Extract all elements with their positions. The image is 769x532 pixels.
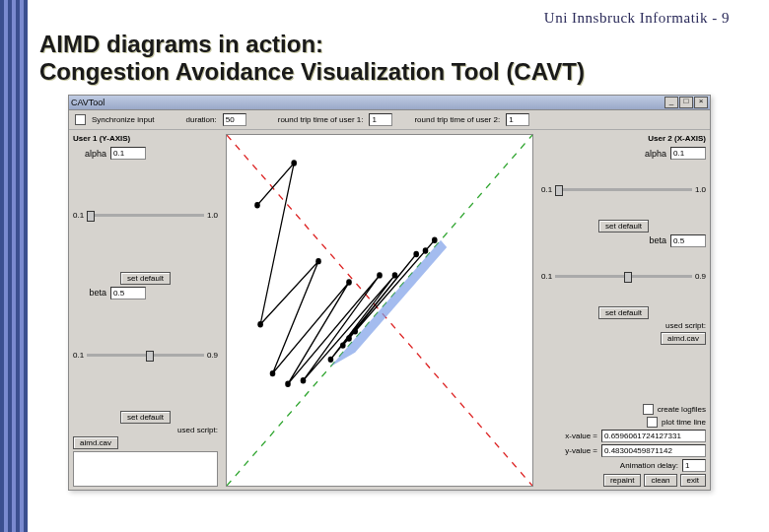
user1-beta-default-button[interactable]: set default bbox=[120, 411, 171, 424]
output-box bbox=[73, 451, 218, 487]
user2-alpha-lo: 0.1 bbox=[541, 185, 552, 194]
yval-label: y-value = bbox=[565, 446, 597, 455]
svg-point-15 bbox=[432, 237, 438, 243]
user1-alpha-slider[interactable] bbox=[87, 214, 204, 217]
user2-beta-input[interactable]: 0.5 bbox=[670, 234, 706, 247]
user1-beta-input[interactable]: 0.5 bbox=[110, 287, 146, 299]
user2-beta-lo: 0.1 bbox=[541, 272, 552, 281]
svg-point-1 bbox=[291, 160, 297, 166]
repaint-button[interactable]: repaint bbox=[603, 474, 641, 487]
user2-script-button[interactable]: aimd.cav bbox=[661, 332, 706, 345]
svg-point-16 bbox=[352, 328, 358, 334]
svg-point-7 bbox=[377, 272, 383, 278]
sync-checkbox[interactable] bbox=[75, 114, 86, 125]
title-line-2: Congestion Avoidance Visualization Tool … bbox=[39, 58, 585, 85]
user2-beta-default-button[interactable]: set default bbox=[598, 306, 649, 319]
anim-input[interactable]: 1 bbox=[682, 459, 706, 472]
user1-alpha-lo: 0.1 bbox=[73, 211, 84, 220]
svg-point-13 bbox=[423, 247, 429, 253]
user1-header: User 1 (Y-AXIS) bbox=[73, 134, 218, 143]
exit-button[interactable]: exit bbox=[680, 474, 706, 487]
user2-alpha-hi: 1.0 bbox=[695, 185, 706, 194]
svg-point-14 bbox=[346, 335, 352, 341]
svg-point-11 bbox=[413, 251, 419, 257]
user1-beta-label: beta bbox=[73, 288, 106, 298]
user2-alpha-input[interactable]: 0.1 bbox=[670, 147, 706, 160]
user2-beta-label: beta bbox=[633, 235, 666, 245]
side-stripe bbox=[0, 0, 28, 532]
plotline-checkbox[interactable] bbox=[647, 417, 658, 428]
toolbar: Synchronize input duration: 50 round tri… bbox=[69, 110, 710, 130]
clean-button[interactable]: clean bbox=[644, 474, 676, 487]
user1-panel: User 1 (Y-AXIS) alpha 0.1 0.1 1.0 set de… bbox=[69, 130, 222, 491]
user1-alpha-hi: 1.0 bbox=[207, 211, 218, 220]
window-title: CAVTool bbox=[71, 98, 105, 107]
rtt2-label: round trip time of user 2: bbox=[414, 115, 500, 124]
plotline-label: plot time line bbox=[662, 418, 706, 427]
maximize-icon[interactable]: □ bbox=[679, 97, 693, 108]
xval-output: 0.6596061724127331 bbox=[601, 430, 706, 442]
app-window: CAVTool _ □ × Synchronize input duration… bbox=[68, 95, 711, 491]
yval-output: 0.48300459871142 bbox=[601, 444, 706, 457]
user1-script-button[interactable]: aimd.cav bbox=[73, 436, 118, 449]
user1-beta-hi: 0.9 bbox=[207, 351, 218, 360]
svg-point-6 bbox=[285, 381, 291, 387]
user2-header: User 2 (X-AXIS) bbox=[541, 134, 706, 143]
svg-point-8 bbox=[301, 377, 307, 383]
title-line-1: AIMD diagrams in action: bbox=[39, 31, 323, 57]
user2-alpha-label: alpha bbox=[633, 149, 666, 159]
user2-beta-slider[interactable] bbox=[555, 275, 692, 278]
user1-alpha-label: alpha bbox=[73, 149, 106, 159]
close-icon[interactable]: × bbox=[694, 97, 708, 108]
user1-beta-slider[interactable] bbox=[87, 354, 204, 357]
xval-label: x-value = bbox=[565, 432, 597, 440]
svg-point-12 bbox=[340, 343, 346, 349]
user2-alpha-default-button[interactable]: set default bbox=[598, 220, 649, 233]
svg-point-10 bbox=[328, 357, 334, 363]
aimd-plot bbox=[226, 134, 533, 487]
logfiles-checkbox[interactable] bbox=[643, 404, 654, 415]
duration-input[interactable]: 50 bbox=[223, 113, 246, 126]
svg-point-0 bbox=[254, 202, 260, 208]
svg-point-5 bbox=[346, 280, 352, 286]
svg-point-3 bbox=[315, 258, 321, 264]
plot-svg bbox=[227, 135, 532, 486]
titlebar[interactable]: CAVTool _ □ × bbox=[69, 96, 710, 110]
svg-point-9 bbox=[392, 272, 398, 278]
svg-point-4 bbox=[270, 370, 276, 376]
anim-label: Animation delay: bbox=[620, 461, 678, 470]
page-title: AIMD diagrams in action: Congestion Avoi… bbox=[39, 31, 739, 85]
user1-beta-lo: 0.1 bbox=[73, 351, 84, 360]
user1-used-script-label: used script: bbox=[73, 426, 218, 434]
trajectory bbox=[254, 160, 447, 387]
user2-used-script-label: used script: bbox=[541, 321, 706, 330]
page-header: Uni Innsbruck Informatik - 9 bbox=[39, 10, 739, 27]
logfiles-label: create logfiles bbox=[658, 405, 706, 414]
user2-alpha-slider[interactable] bbox=[555, 188, 692, 191]
minimize-icon[interactable]: _ bbox=[664, 97, 678, 108]
rtt2-input[interactable]: 1 bbox=[506, 113, 529, 126]
user2-panel: User 2 (X-AXIS) alpha 0.1 0.1 1.0 set de… bbox=[537, 130, 710, 491]
user1-alpha-default-button[interactable]: set default bbox=[120, 272, 171, 285]
svg-point-2 bbox=[257, 321, 263, 327]
sync-label: Synchronize input bbox=[92, 115, 155, 124]
rtt1-input[interactable]: 1 bbox=[369, 113, 392, 126]
user2-beta-hi: 0.9 bbox=[695, 272, 706, 281]
rtt1-label: round trip time of user 1: bbox=[278, 115, 364, 124]
duration-label: duration: bbox=[186, 115, 217, 124]
user1-alpha-input[interactable]: 0.1 bbox=[110, 147, 146, 160]
